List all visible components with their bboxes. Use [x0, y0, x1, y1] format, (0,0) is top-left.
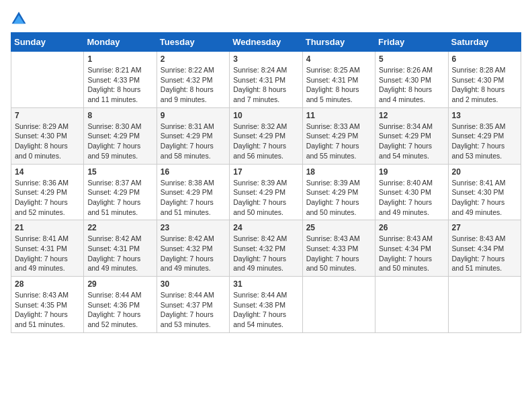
weekday-header-friday: Friday	[375, 33, 448, 52]
day-info: Sunrise: 8:25 AM Sunset: 4:31 PM Dayligh…	[306, 65, 371, 105]
day-number: 21	[15, 223, 80, 232]
calendar-day-3: 3Sunrise: 8:24 AM Sunset: 4:31 PM Daylig…	[230, 52, 302, 108]
day-info: Sunrise: 8:42 AM Sunset: 4:32 PM Dayligh…	[161, 234, 226, 273]
day-number: 26	[379, 223, 444, 232]
day-info: Sunrise: 8:43 AM Sunset: 4:34 PM Dayligh…	[379, 234, 444, 273]
day-info: Sunrise: 8:39 AM Sunset: 4:29 PM Dayligh…	[306, 178, 371, 218]
day-info: Sunrise: 8:35 AM Sunset: 4:29 PM Dayligh…	[452, 122, 517, 161]
weekday-header-tuesday: Tuesday	[157, 33, 229, 52]
logo	[11, 11, 28, 27]
day-number: 16	[161, 167, 226, 177]
day-info: Sunrise: 8:43 AM Sunset: 4:35 PM Dayligh…	[15, 290, 80, 330]
calendar-day-23: 23Sunrise: 8:42 AM Sunset: 4:32 PM Dayli…	[157, 220, 229, 277]
calendar-empty-cell	[448, 277, 521, 333]
day-number: 20	[452, 167, 517, 177]
weekday-header-monday: Monday	[84, 33, 157, 52]
calendar-day-20: 20Sunrise: 8:41 AM Sunset: 4:30 PM Dayli…	[448, 164, 521, 220]
calendar-day-10: 10Sunrise: 8:32 AM Sunset: 4:29 PM Dayli…	[230, 107, 302, 164]
day-info: Sunrise: 8:34 AM Sunset: 4:29 PM Dayligh…	[379, 122, 444, 161]
day-number: 29	[87, 279, 152, 289]
calendar-day-15: 15Sunrise: 8:37 AM Sunset: 4:29 PM Dayli…	[84, 164, 157, 220]
day-number: 14	[15, 167, 80, 177]
calendar-day-29: 29Sunrise: 8:44 AM Sunset: 4:36 PM Dayli…	[84, 277, 157, 333]
day-number: 10	[233, 111, 298, 120]
calendar-week-row: 14Sunrise: 8:36 AM Sunset: 4:29 PM Dayli…	[11, 164, 521, 220]
day-info: Sunrise: 8:36 AM Sunset: 4:29 PM Dayligh…	[15, 178, 80, 218]
calendar-day-9: 9Sunrise: 8:31 AM Sunset: 4:29 PM Daylig…	[157, 107, 229, 164]
day-info: Sunrise: 8:26 AM Sunset: 4:30 PM Dayligh…	[379, 65, 444, 105]
calendar-day-28: 28Sunrise: 8:43 AM Sunset: 4:35 PM Dayli…	[11, 277, 84, 333]
day-number: 9	[161, 111, 226, 120]
day-info: Sunrise: 8:32 AM Sunset: 4:29 PM Dayligh…	[233, 122, 298, 161]
day-info: Sunrise: 8:44 AM Sunset: 4:37 PM Dayligh…	[161, 290, 226, 330]
day-info: Sunrise: 8:44 AM Sunset: 4:38 PM Dayligh…	[233, 290, 298, 330]
day-number: 2	[161, 54, 226, 64]
day-info: Sunrise: 8:39 AM Sunset: 4:29 PM Dayligh…	[233, 178, 298, 218]
calendar-day-22: 22Sunrise: 8:42 AM Sunset: 4:31 PM Dayli…	[84, 220, 157, 277]
day-info: Sunrise: 8:38 AM Sunset: 4:29 PM Dayligh…	[161, 178, 226, 218]
calendar-empty-cell	[302, 277, 375, 333]
day-number: 7	[15, 111, 80, 120]
calendar-day-25: 25Sunrise: 8:43 AM Sunset: 4:33 PM Dayli…	[302, 220, 375, 277]
day-number: 6	[452, 54, 517, 64]
day-info: Sunrise: 8:24 AM Sunset: 4:31 PM Dayligh…	[233, 65, 298, 105]
day-info: Sunrise: 8:40 AM Sunset: 4:30 PM Dayligh…	[379, 178, 444, 218]
calendar-day-14: 14Sunrise: 8:36 AM Sunset: 4:29 PM Dayli…	[11, 164, 84, 220]
calendar-header-row: SundayMondayTuesdayWednesdayThursdayFrid…	[11, 33, 521, 52]
day-number: 24	[233, 223, 298, 232]
day-number: 12	[379, 111, 444, 120]
calendar-week-row: 1Sunrise: 8:21 AM Sunset: 4:33 PM Daylig…	[11, 52, 521, 108]
calendar-day-5: 5Sunrise: 8:26 AM Sunset: 4:30 PM Daylig…	[375, 52, 448, 108]
calendar-day-1: 1Sunrise: 8:21 AM Sunset: 4:33 PM Daylig…	[84, 52, 157, 108]
calendar-day-21: 21Sunrise: 8:41 AM Sunset: 4:31 PM Dayli…	[11, 220, 84, 277]
calendar-week-row: 21Sunrise: 8:41 AM Sunset: 4:31 PM Dayli…	[11, 220, 521, 277]
day-info: Sunrise: 8:21 AM Sunset: 4:33 PM Dayligh…	[87, 65, 152, 105]
calendar-day-18: 18Sunrise: 8:39 AM Sunset: 4:29 PM Dayli…	[302, 164, 375, 220]
day-number: 28	[15, 279, 80, 289]
day-number: 13	[452, 111, 517, 120]
day-info: Sunrise: 8:44 AM Sunset: 4:36 PM Dayligh…	[87, 290, 152, 330]
calendar-day-24: 24Sunrise: 8:42 AM Sunset: 4:32 PM Dayli…	[230, 220, 302, 277]
day-info: Sunrise: 8:28 AM Sunset: 4:30 PM Dayligh…	[452, 65, 517, 105]
day-info: Sunrise: 8:31 AM Sunset: 4:29 PM Dayligh…	[161, 122, 226, 161]
calendar-day-8: 8Sunrise: 8:30 AM Sunset: 4:29 PM Daylig…	[84, 107, 157, 164]
calendar-week-row: 28Sunrise: 8:43 AM Sunset: 4:35 PM Dayli…	[11, 277, 521, 333]
day-number: 30	[161, 279, 226, 289]
calendar-day-19: 19Sunrise: 8:40 AM Sunset: 4:30 PM Dayli…	[375, 164, 448, 220]
day-number: 8	[87, 111, 152, 120]
day-number: 3	[233, 54, 298, 64]
day-info: Sunrise: 8:41 AM Sunset: 4:30 PM Dayligh…	[452, 178, 517, 218]
page-header	[11, 11, 521, 27]
weekday-header-thursday: Thursday	[302, 33, 375, 52]
day-number: 22	[87, 223, 152, 232]
day-number: 25	[306, 223, 371, 232]
day-info: Sunrise: 8:37 AM Sunset: 4:29 PM Dayligh…	[87, 178, 152, 218]
calendar-empty-cell	[11, 52, 84, 108]
calendar-day-12: 12Sunrise: 8:34 AM Sunset: 4:29 PM Dayli…	[375, 107, 448, 164]
day-number: 17	[233, 167, 298, 177]
day-number: 11	[306, 111, 371, 120]
calendar-day-27: 27Sunrise: 8:43 AM Sunset: 4:34 PM Dayli…	[448, 220, 521, 277]
day-number: 19	[379, 167, 444, 177]
day-info: Sunrise: 8:22 AM Sunset: 4:32 PM Dayligh…	[161, 65, 226, 105]
calendar-day-4: 4Sunrise: 8:25 AM Sunset: 4:31 PM Daylig…	[302, 52, 375, 108]
day-number: 18	[306, 167, 371, 177]
calendar-day-7: 7Sunrise: 8:29 AM Sunset: 4:30 PM Daylig…	[11, 107, 84, 164]
weekday-header-wednesday: Wednesday	[230, 33, 302, 52]
day-info: Sunrise: 8:42 AM Sunset: 4:32 PM Dayligh…	[233, 234, 298, 273]
calendar-day-13: 13Sunrise: 8:35 AM Sunset: 4:29 PM Dayli…	[448, 107, 521, 164]
logo-icon	[11, 11, 27, 27]
day-number: 1	[87, 54, 152, 64]
day-info: Sunrise: 8:33 AM Sunset: 4:29 PM Dayligh…	[306, 122, 371, 161]
day-info: Sunrise: 8:30 AM Sunset: 4:29 PM Dayligh…	[87, 122, 152, 161]
weekday-header-saturday: Saturday	[448, 33, 521, 52]
calendar-day-11: 11Sunrise: 8:33 AM Sunset: 4:29 PM Dayli…	[302, 107, 375, 164]
day-number: 23	[161, 223, 226, 232]
day-info: Sunrise: 8:41 AM Sunset: 4:31 PM Dayligh…	[15, 234, 80, 273]
day-number: 5	[379, 54, 444, 64]
day-info: Sunrise: 8:43 AM Sunset: 4:34 PM Dayligh…	[452, 234, 517, 273]
day-number: 27	[452, 223, 517, 232]
day-number: 31	[233, 279, 298, 289]
day-number: 15	[87, 167, 152, 177]
calendar-table: SundayMondayTuesdayWednesdayThursdayFrid…	[11, 32, 521, 333]
